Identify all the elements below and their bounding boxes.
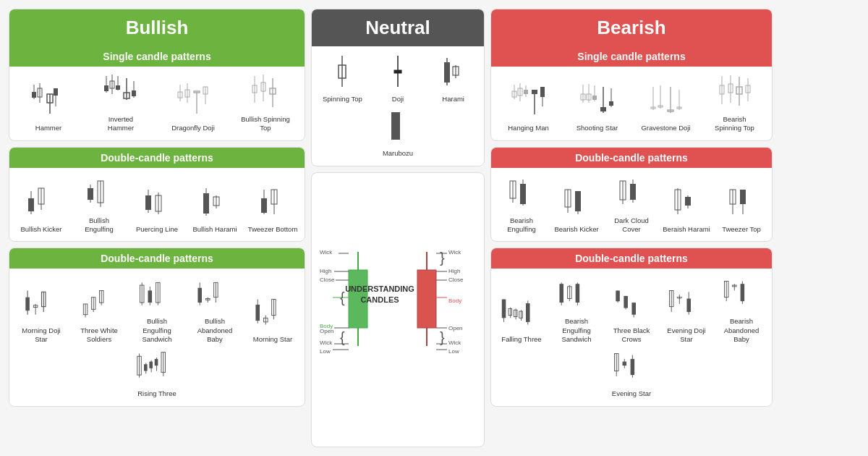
svg-rect-186 [575, 191, 581, 211]
inverted-hammer-icon [99, 72, 142, 112]
svg-rect-69 [148, 291, 153, 303]
bullish-harami-icon [193, 182, 237, 222]
bearish-double1-header: Double-candle patterns [491, 148, 772, 168]
bearish-spinning-top-label: Bearish Spinning Top [710, 115, 760, 133]
bearish-kicker-icon [555, 182, 598, 222]
pattern-evening-doji-star: Evening Doji Star [661, 284, 712, 345]
pattern-doji: Doji [373, 52, 423, 104]
dragonfly-label: Dragonfly Doji [171, 124, 215, 132]
bearish-main-box: Bearish Single candle patterns [490, 9, 773, 141]
svg-rect-89 [149, 362, 153, 368]
bullish-title: Bullish [9, 9, 305, 46]
shooting-star-icon [576, 81, 619, 121]
svg-text:Low: Low [448, 348, 459, 355]
svg-text:Body: Body [448, 297, 461, 304]
bearish-abandoned-baby-label: Bearish Abandoned Baby [716, 317, 767, 344]
svg-rect-152 [540, 87, 545, 97]
bullish-abandoned-baby-icon [193, 274, 237, 314]
svg-rect-54 [25, 297, 30, 310]
evening-doji-star-icon [665, 284, 708, 324]
svg-rect-1 [32, 92, 36, 98]
pattern-morning-star: Morning Star [247, 292, 298, 344]
pattern-bearish-abandoned-baby: Bearish Abandoned Baby [716, 274, 767, 344]
svg-rect-87 [144, 365, 148, 371]
shooting-star-label: Shooting Star [576, 124, 618, 132]
morning-doji-star-icon [20, 284, 63, 324]
svg-rect-198 [740, 190, 746, 204]
hanging-man-icon [507, 81, 550, 121]
bullish-engulfing-icon [77, 174, 121, 214]
svg-rect-73 [197, 288, 202, 303]
bullish-kicker-icon [20, 182, 63, 222]
pattern-bullish-abandoned-baby: Bullish Abandoned Baby [190, 274, 240, 344]
svg-rect-238 [623, 362, 627, 366]
svg-rect-148 [524, 90, 528, 94]
svg-rect-162 [609, 101, 613, 106]
pattern-bullish-harami: Bullish Harami [190, 182, 240, 234]
bullish-single-header: Single candle patterns [9, 46, 305, 67]
pattern-bearish-engulfing: Bearish Engulfing [496, 174, 547, 235]
svg-text:Close: Close [320, 276, 335, 283]
svg-text:UNDERSTANDING: UNDERSTANDING [345, 284, 414, 293]
three-black-crows-label: Three Black Crows [606, 326, 657, 345]
dark-cloud-cover-icon [610, 174, 653, 214]
falling-three-label: Falling Three [501, 335, 541, 344]
pattern-hammer: Hammer [23, 81, 74, 132]
morning-doji-star-label: Morning Doji Star [16, 326, 67, 345]
pattern-shooting-star: Shooting Star [572, 81, 623, 132]
bullish-kicker-label: Bullish Kicker [20, 225, 61, 234]
bearish-abandoned-baby-icon [720, 274, 763, 314]
svg-text:Wick: Wick [448, 249, 461, 256]
marubozu-icon [376, 106, 420, 146]
tweezer-bottom-label: Tweezer Bottom [248, 225, 298, 234]
svg-rect-218 [624, 296, 628, 308]
bullish-engulfing-sandwich-label: Bullish Engulfing Sandwich [132, 317, 182, 344]
svg-rect-34 [28, 198, 34, 211]
harami-icon [432, 52, 475, 92]
understanding-candles-box: Wick High Close Body Wick Open Low UNDER… [311, 172, 485, 447]
bearish-kicker-label: Bearish Kicker [554, 225, 598, 234]
bearish-double2-box: Double-candle patterns Falling Three [490, 248, 773, 406]
bullish-single-patterns: Hammer Inverted Hamme [9, 67, 305, 140]
pattern-marubozu: Marubozu [373, 106, 423, 158]
bullish-double1-box: Double-candle patterns Bullish Kicker [9, 147, 305, 242]
pattern-rising-three: Rising Three [132, 347, 182, 398]
neutral-title: Neutral [312, 9, 484, 46]
pattern-bearish-harami: Beraish Harami [661, 182, 712, 234]
bearish-engulfing-label: Bearish Engulfing [496, 216, 547, 235]
morning-star-label: Morning Star [253, 335, 292, 344]
pattern-gravestone-doji: Gravestone Doji [641, 81, 692, 132]
svg-rect-38 [88, 188, 93, 200]
bearish-double2-patterns: Falling Three Bearish Engulfing Sandwich [491, 269, 772, 405]
spinning-top-icon [320, 52, 364, 92]
marubozu-label: Marubozu [383, 149, 413, 158]
svg-rect-190 [630, 184, 636, 200]
pattern-three-black-crows: Three Black Crows [606, 284, 657, 345]
bullish-double1-patterns: Bullish Kicker Bullish Engulfing [9, 168, 305, 242]
gravestone-doji-label: Gravestone Doji [641, 124, 690, 132]
svg-text:{: { [340, 329, 345, 345]
bearish-double2-header: Double-candle patterns [491, 248, 772, 269]
svg-text:{: { [340, 290, 345, 305]
svg-rect-150 [532, 90, 537, 94]
tweezer-top-icon [720, 182, 763, 222]
svg-rect-206 [519, 311, 523, 318]
svg-text:High: High [448, 268, 460, 274]
svg-rect-182 [520, 184, 526, 204]
three-white-soldiers-icon [77, 284, 121, 324]
hammer-label: Hammer [35, 124, 61, 132]
bearish-title: Bearish [491, 9, 772, 46]
bullish-abandoned-baby-label: Bullish Abandoned Baby [190, 317, 240, 344]
pattern-bearish-spinning-top: Bearish Spinning Top [710, 72, 760, 133]
tweezer-bottom-icon [251, 182, 294, 222]
svg-rect-200 [502, 300, 506, 318]
doji-icon [376, 52, 420, 92]
falling-three-icon [500, 292, 543, 332]
neutral-single-box: Neutral Spinning Top Doji [311, 9, 485, 166]
svg-text:Low: Low [320, 348, 331, 355]
bearish-engulfing-sandwich-label: Bearish Engulfing Sandwich [551, 317, 602, 344]
svg-rect-234 [741, 284, 745, 302]
svg-text:Wick: Wick [320, 339, 333, 346]
svg-rect-102 [391, 112, 400, 140]
pattern-bullish-spinning-top: Bullish Spinning Top [240, 72, 291, 133]
